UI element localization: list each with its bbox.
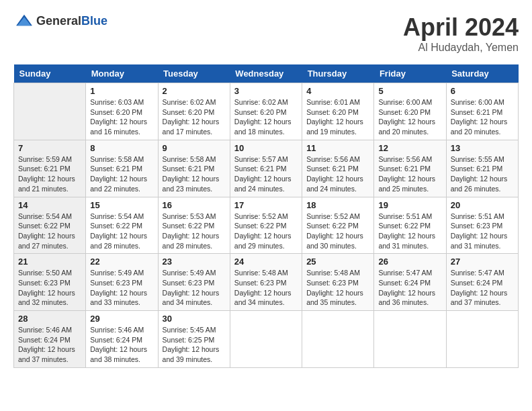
day-info: Sunrise: 6:03 AM Sunset: 6:20 PM Dayligh… — [90, 97, 153, 137]
day-number: 27 — [451, 257, 514, 267]
day-info: Sunrise: 5:53 AM Sunset: 6:22 PM Dayligh… — [163, 212, 226, 251]
day-number: 21 — [18, 257, 81, 267]
day-number: 14 — [18, 200, 81, 210]
day-number: 18 — [306, 200, 369, 210]
calendar-cell: 30Sunrise: 5:45 AM Sunset: 6:25 PM Dayli… — [158, 311, 230, 368]
day-number: 23 — [163, 257, 226, 267]
day-info: Sunrise: 5:59 AM Sunset: 6:21 PM Dayligh… — [18, 154, 81, 194]
day-number: 13 — [451, 143, 514, 153]
day-info: Sunrise: 5:51 AM Sunset: 6:23 PM Dayligh… — [451, 212, 514, 251]
location-title: Al Hudaydah, Yemen — [403, 42, 519, 54]
day-number: 19 — [378, 200, 441, 210]
calendar-cell: 3Sunrise: 6:02 AM Sunset: 6:20 PM Daylig… — [230, 83, 302, 140]
month-title: April 2024 — [403, 13, 519, 42]
day-number: 3 — [234, 86, 298, 96]
calendar-cell — [14, 83, 86, 140]
calendar-cell: 22Sunrise: 5:49 AM Sunset: 6:23 PM Dayli… — [86, 254, 158, 311]
calendar-cell: 4Sunrise: 6:01 AM Sunset: 6:20 PM Daylig… — [302, 83, 374, 140]
calendar-cell: 11Sunrise: 5:56 AM Sunset: 6:21 PM Dayli… — [302, 140, 374, 197]
day-number: 28 — [18, 314, 81, 324]
calendar-week-row: 1Sunrise: 6:03 AM Sunset: 6:20 PM Daylig… — [14, 83, 519, 140]
calendar-week-row: 21Sunrise: 5:50 AM Sunset: 6:23 PM Dayli… — [14, 254, 519, 311]
day-info: Sunrise: 6:00 AM Sunset: 6:21 PM Dayligh… — [451, 97, 514, 137]
calendar-cell: 6Sunrise: 6:00 AM Sunset: 6:21 PM Daylig… — [446, 83, 518, 140]
day-number: 25 — [306, 257, 369, 267]
day-info: Sunrise: 5:51 AM Sunset: 6:22 PM Dayligh… — [378, 212, 441, 251]
calendar-cell: 20Sunrise: 5:51 AM Sunset: 6:23 PM Dayli… — [446, 197, 518, 254]
column-header-tuesday: Tuesday — [158, 64, 230, 83]
calendar-cell: 23Sunrise: 5:49 AM Sunset: 6:23 PM Dayli… — [158, 254, 230, 311]
calendar-cell — [374, 311, 446, 368]
day-info: Sunrise: 5:58 AM Sunset: 6:21 PM Dayligh… — [163, 154, 226, 194]
day-info: Sunrise: 6:01 AM Sunset: 6:20 PM Dayligh… — [306, 97, 369, 137]
logo-icon — [15, 13, 34, 28]
day-number: 29 — [90, 314, 153, 324]
calendar-cell: 14Sunrise: 5:54 AM Sunset: 6:22 PM Dayli… — [14, 197, 86, 254]
calendar-cell: 9Sunrise: 5:58 AM Sunset: 6:21 PM Daylig… — [158, 140, 230, 197]
day-info: Sunrise: 5:54 AM Sunset: 6:22 PM Dayligh… — [18, 212, 81, 251]
column-header-monday: Monday — [86, 64, 158, 83]
calendar-cell: 19Sunrise: 5:51 AM Sunset: 6:22 PM Dayli… — [374, 197, 446, 254]
day-info: Sunrise: 5:49 AM Sunset: 6:23 PM Dayligh… — [90, 268, 153, 308]
title-area: April 2024 Al Hudaydah, Yemen — [403, 13, 519, 54]
calendar-table: SundayMondayTuesdayWednesdayThursdayFrid… — [13, 64, 519, 368]
calendar-cell: 13Sunrise: 5:55 AM Sunset: 6:21 PM Dayli… — [446, 140, 518, 197]
calendar-cell: 15Sunrise: 5:54 AM Sunset: 6:22 PM Dayli… — [86, 197, 158, 254]
day-info: Sunrise: 5:56 AM Sunset: 6:21 PM Dayligh… — [378, 154, 441, 194]
day-info: Sunrise: 6:02 AM Sunset: 6:20 PM Dayligh… — [163, 97, 226, 137]
logo: GeneralBlue — [13, 13, 107, 28]
calendar-cell: 18Sunrise: 5:52 AM Sunset: 6:22 PM Dayli… — [302, 197, 374, 254]
calendar-cell: 26Sunrise: 5:47 AM Sunset: 6:24 PM Dayli… — [374, 254, 446, 311]
column-header-saturday: Saturday — [446, 64, 518, 83]
day-info: Sunrise: 6:02 AM Sunset: 6:20 PM Dayligh… — [234, 97, 298, 137]
logo-blue: Blue — [81, 14, 107, 28]
day-info: Sunrise: 5:55 AM Sunset: 6:21 PM Dayligh… — [451, 154, 514, 194]
calendar-cell: 5Sunrise: 6:00 AM Sunset: 6:20 PM Daylig… — [374, 83, 446, 140]
day-info: Sunrise: 5:48 AM Sunset: 6:23 PM Dayligh… — [306, 268, 369, 308]
calendar-cell: 2Sunrise: 6:02 AM Sunset: 6:20 PM Daylig… — [158, 83, 230, 140]
day-number: 8 — [90, 143, 153, 153]
logo-text: GeneralBlue — [36, 14, 107, 28]
day-info: Sunrise: 5:49 AM Sunset: 6:23 PM Dayligh… — [163, 268, 226, 308]
calendar-cell: 12Sunrise: 5:56 AM Sunset: 6:21 PM Dayli… — [374, 140, 446, 197]
calendar-cell — [302, 311, 374, 368]
day-number: 16 — [163, 200, 226, 210]
calendar-cell: 1Sunrise: 6:03 AM Sunset: 6:20 PM Daylig… — [86, 83, 158, 140]
column-header-friday: Friday — [374, 64, 446, 83]
calendar-cell: 27Sunrise: 5:47 AM Sunset: 6:24 PM Dayli… — [446, 254, 518, 311]
calendar-cell — [230, 311, 302, 368]
day-number: 1 — [90, 86, 153, 96]
day-number: 4 — [306, 86, 369, 96]
day-info: Sunrise: 5:58 AM Sunset: 6:21 PM Dayligh… — [90, 154, 153, 194]
day-number: 20 — [451, 200, 514, 210]
day-number: 17 — [234, 200, 298, 210]
column-header-sunday: Sunday — [14, 64, 86, 83]
calendar-cell: 16Sunrise: 5:53 AM Sunset: 6:22 PM Dayli… — [158, 197, 230, 254]
day-info: Sunrise: 5:45 AM Sunset: 6:25 PM Dayligh… — [163, 325, 226, 365]
day-info: Sunrise: 5:47 AM Sunset: 6:24 PM Dayligh… — [378, 268, 441, 308]
calendar-week-row: 14Sunrise: 5:54 AM Sunset: 6:22 PM Dayli… — [14, 197, 519, 254]
calendar-cell: 17Sunrise: 5:52 AM Sunset: 6:22 PM Dayli… — [230, 197, 302, 254]
day-number: 12 — [378, 143, 441, 153]
calendar-cell: 7Sunrise: 5:59 AM Sunset: 6:21 PM Daylig… — [14, 140, 86, 197]
day-info: Sunrise: 5:57 AM Sunset: 6:21 PM Dayligh… — [234, 154, 298, 194]
calendar-header-row: SundayMondayTuesdayWednesdayThursdayFrid… — [14, 64, 519, 83]
day-number: 30 — [163, 314, 226, 324]
day-number: 2 — [163, 86, 226, 96]
day-number: 9 — [163, 143, 226, 153]
day-info: Sunrise: 5:46 AM Sunset: 6:24 PM Dayligh… — [90, 325, 153, 365]
calendar-cell: 29Sunrise: 5:46 AM Sunset: 6:24 PM Dayli… — [86, 311, 158, 368]
day-number: 15 — [90, 200, 153, 210]
day-number: 10 — [234, 143, 298, 153]
calendar-cell: 10Sunrise: 5:57 AM Sunset: 6:21 PM Dayli… — [230, 140, 302, 197]
page-header: GeneralBlue April 2024 Al Hudaydah, Yeme… — [13, 13, 519, 54]
calendar-cell — [446, 311, 518, 368]
day-number: 26 — [378, 257, 441, 267]
day-number: 24 — [234, 257, 298, 267]
day-info: Sunrise: 5:48 AM Sunset: 6:23 PM Dayligh… — [234, 268, 298, 308]
column-header-thursday: Thursday — [302, 64, 374, 83]
day-info: Sunrise: 6:00 AM Sunset: 6:20 PM Dayligh… — [378, 97, 441, 137]
logo-general: General — [36, 14, 81, 28]
column-header-wednesday: Wednesday — [230, 64, 302, 83]
day-info: Sunrise: 5:52 AM Sunset: 6:22 PM Dayligh… — [306, 212, 369, 251]
